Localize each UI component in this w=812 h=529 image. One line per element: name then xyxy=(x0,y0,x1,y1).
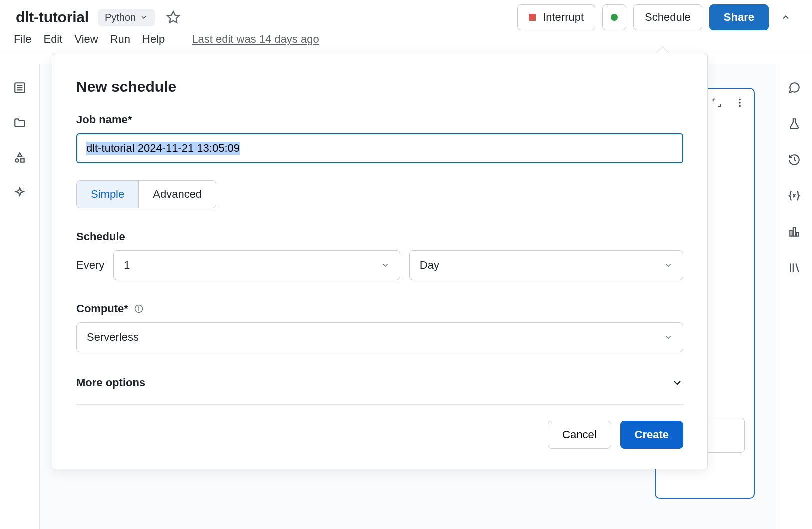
expand-header-button[interactable] xyxy=(776,4,796,30)
chevron-down-icon xyxy=(381,261,390,270)
job-name-input[interactable] xyxy=(76,134,684,164)
interval-value: 1 xyxy=(124,259,130,272)
menu-view[interactable]: View xyxy=(74,30,106,49)
svg-point-5 xyxy=(16,159,18,162)
history-panel-button[interactable] xyxy=(782,148,806,172)
schema-panel-button[interactable] xyxy=(8,146,32,170)
popover-footer: Cancel Create xyxy=(76,421,684,449)
right-rail xyxy=(776,64,812,529)
left-rail xyxy=(0,64,40,529)
interval-unit: Day xyxy=(420,259,440,272)
job-name-label: Job name* xyxy=(76,114,684,126)
header-bar: dlt-tutorial Python Interrupt Schedule S… xyxy=(0,0,812,28)
experiments-panel-button[interactable] xyxy=(782,112,806,136)
share-button[interactable]: Share xyxy=(710,4,769,30)
cancel-button[interactable]: Cancel xyxy=(548,421,611,449)
tab-advanced[interactable]: Advanced xyxy=(139,181,216,208)
star-icon xyxy=(166,10,180,24)
interrupt-label: Interrupt xyxy=(543,11,584,24)
compute-select[interactable]: Serverless xyxy=(76,322,684,352)
notebook-title[interactable]: dlt-tutorial xyxy=(16,9,89,26)
favorite-button[interactable] xyxy=(165,9,182,26)
svg-point-15 xyxy=(739,99,741,101)
chat-icon xyxy=(788,82,801,94)
info-icon xyxy=(134,304,144,314)
every-label: Every xyxy=(76,259,104,272)
svg-rect-10 xyxy=(793,228,795,236)
chevron-down-icon xyxy=(140,14,148,22)
more-options-label: More options xyxy=(76,376,146,390)
chevron-down-icon xyxy=(664,261,673,270)
stop-icon xyxy=(529,14,536,21)
compute-label: Compute* xyxy=(76,302,684,316)
sparkle-icon xyxy=(14,186,26,200)
share-label: Share xyxy=(724,11,754,24)
interval-value-select[interactable]: 1 xyxy=(114,250,400,280)
menu-edit[interactable]: Edit xyxy=(44,30,70,49)
menu-run[interactable]: Run xyxy=(110,30,138,49)
bars-icon xyxy=(788,226,801,238)
svg-rect-9 xyxy=(790,231,792,236)
braces-icon xyxy=(788,190,801,202)
menu-help[interactable]: Help xyxy=(142,30,173,49)
library-panel-button[interactable] xyxy=(782,256,806,280)
variables-panel-button[interactable] xyxy=(782,184,806,208)
language-label: Python xyxy=(105,12,136,24)
svg-point-17 xyxy=(739,106,741,108)
popover-title: New schedule xyxy=(76,78,684,96)
schedule-popover: New schedule Job name* Simple Advanced S… xyxy=(52,53,708,470)
schedule-mode-tabs: Simple Advanced xyxy=(76,180,216,208)
last-edit-link[interactable]: Last edit was 14 days ago xyxy=(192,33,319,46)
svg-marker-0 xyxy=(168,12,180,22)
history-icon xyxy=(788,154,801,166)
folder-icon xyxy=(14,116,26,130)
tab-simple[interactable]: Simple xyxy=(77,181,139,208)
outline-panel-button[interactable] xyxy=(8,76,32,100)
flask-icon xyxy=(788,118,801,130)
notebook-canvas: e}") New schedule Job name* Simple Advan… xyxy=(40,64,776,529)
svg-rect-6 xyxy=(21,159,24,162)
library-icon xyxy=(788,262,801,274)
cell-menu-button[interactable] xyxy=(733,96,747,110)
data-panel-button[interactable] xyxy=(782,220,806,244)
interval-unit-select[interactable]: Day xyxy=(410,250,684,280)
status-dot-icon xyxy=(611,14,618,21)
comments-panel-button[interactable] xyxy=(782,76,806,100)
svg-point-16 xyxy=(739,102,741,104)
svg-point-20 xyxy=(138,307,139,308)
compute-label-text: Compute* xyxy=(76,302,128,316)
shapes-icon xyxy=(14,152,26,164)
assistant-panel-button[interactable] xyxy=(8,181,32,205)
chevron-down-icon xyxy=(672,377,684,389)
menu-bar: File Edit View Run Help Last edit was 14… xyxy=(0,28,812,55)
interrupt-button[interactable]: Interrupt xyxy=(518,4,596,30)
cell-toolbar xyxy=(710,96,747,110)
menu-file[interactable]: File xyxy=(14,30,40,49)
kebab-icon xyxy=(734,98,746,108)
files-panel-button[interactable] xyxy=(8,111,32,135)
chevron-down-icon xyxy=(781,12,791,22)
schedule-label: Schedule xyxy=(645,11,691,24)
svg-rect-11 xyxy=(796,232,798,236)
cell-expand-button[interactable] xyxy=(710,96,724,110)
more-options-toggle[interactable]: More options xyxy=(76,376,684,405)
cluster-status-button[interactable] xyxy=(602,4,626,30)
schedule-row: Every 1 Day xyxy=(76,250,684,280)
list-icon xyxy=(14,82,26,94)
language-selector[interactable]: Python xyxy=(98,9,155,26)
create-button[interactable]: Create xyxy=(620,421,684,449)
expand-icon xyxy=(712,98,722,108)
compute-value: Serverless xyxy=(87,331,139,344)
compute-info-button[interactable] xyxy=(134,304,144,314)
chevron-down-icon xyxy=(664,333,673,342)
schedule-label: Schedule xyxy=(76,230,684,244)
svg-line-14 xyxy=(796,264,798,272)
schedule-button[interactable]: Schedule xyxy=(634,4,702,30)
